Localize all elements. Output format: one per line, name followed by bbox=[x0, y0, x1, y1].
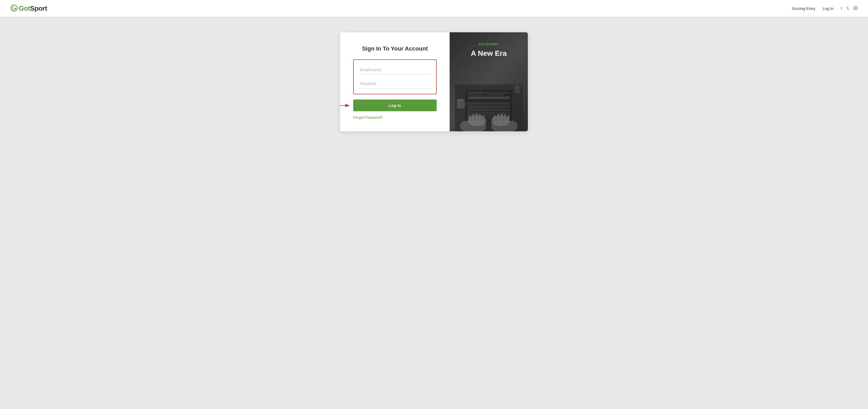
credentials-box bbox=[353, 59, 437, 94]
login-nav-link[interactable]: Log In bbox=[823, 6, 834, 11]
svg-rect-34 bbox=[491, 121, 518, 131]
main-content: Sign In To Your Account bbox=[0, 17, 868, 409]
gotsport-logo-icon bbox=[10, 4, 18, 12]
svg-rect-18 bbox=[486, 92, 509, 93]
brand-name: GOTSPORT bbox=[471, 43, 506, 46]
svg-point-0 bbox=[11, 5, 17, 11]
laptop-svg bbox=[450, 64, 528, 131]
svg-rect-20 bbox=[468, 96, 509, 99]
social-icons: f 𝕏 bbox=[841, 6, 858, 11]
instagram-icon[interactable] bbox=[854, 6, 858, 11]
twitter-icon[interactable]: 𝕏 bbox=[846, 6, 849, 11]
email-input[interactable] bbox=[359, 65, 431, 75]
svg-rect-1 bbox=[854, 6, 857, 10]
email-input-group bbox=[359, 65, 431, 75]
svg-point-36 bbox=[457, 99, 464, 101]
logo-text: GotSport bbox=[19, 4, 47, 12]
arrow-indicator bbox=[340, 102, 353, 109]
login-button[interactable]: Log In bbox=[353, 100, 437, 111]
brand-content: GOTSPORT A New Era bbox=[471, 43, 506, 58]
password-input[interactable] bbox=[359, 79, 431, 89]
logo: GotSport bbox=[10, 4, 47, 12]
login-button-wrapper: Log In bbox=[353, 100, 437, 111]
svg-rect-9 bbox=[468, 103, 509, 105]
svg-rect-17 bbox=[468, 94, 484, 95]
svg-rect-33 bbox=[460, 121, 486, 131]
laptop-illustration bbox=[450, 64, 528, 131]
svg-rect-13 bbox=[497, 112, 509, 114]
svg-rect-10 bbox=[468, 106, 509, 108]
svg-rect-19 bbox=[486, 94, 504, 95]
login-title: Sign In To Your Account bbox=[353, 45, 437, 52]
svg-point-40 bbox=[515, 85, 519, 89]
navbar-links: Scoring Entry Log In f 𝕏 bbox=[792, 6, 858, 11]
brand-tagline: A New Era bbox=[471, 49, 506, 58]
svg-rect-28 bbox=[493, 115, 496, 122]
login-form-panel: Sign In To Your Account bbox=[340, 32, 450, 131]
svg-rect-35 bbox=[457, 100, 464, 108]
svg-point-2 bbox=[855, 7, 856, 9]
svg-point-3 bbox=[856, 7, 857, 7]
svg-rect-12 bbox=[468, 112, 494, 114]
scoring-entry-link[interactable]: Scoring Entry bbox=[792, 6, 815, 11]
arrow-icon bbox=[340, 102, 353, 109]
forgot-password-link[interactable]: Forgot Password? bbox=[353, 115, 383, 120]
facebook-icon[interactable]: f bbox=[841, 6, 842, 11]
svg-rect-11 bbox=[468, 109, 509, 111]
password-input-group bbox=[359, 79, 431, 89]
svg-rect-16 bbox=[468, 92, 489, 93]
navbar: GotSport Scoring Entry Log In f 𝕏 bbox=[0, 0, 868, 17]
brand-panel: GOTSPORT A New Era bbox=[450, 32, 528, 131]
login-card: Sign In To Your Account bbox=[340, 32, 528, 131]
svg-rect-26 bbox=[482, 115, 484, 122]
